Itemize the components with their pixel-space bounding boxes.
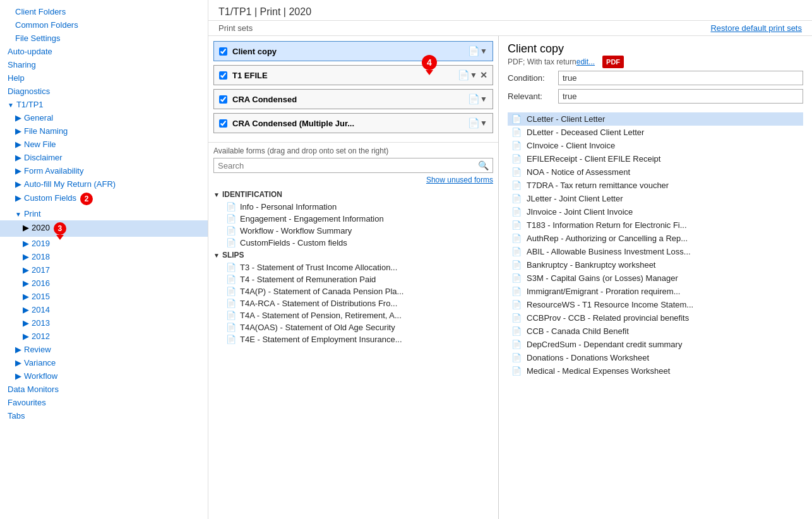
tree-item[interactable]: 📄Workflow - Workflow Summary [213, 225, 493, 237]
left-panel: Client copy📄▼T1 EFILE📄▼✕CRA Condensed📄▼C… [208, 36, 499, 519]
sidebar-item-new-file[interactable]: ▶New File [0, 138, 208, 151]
right-form-s3m[interactable]: 📄S3M - Capital Gains (or Losses) Manager [508, 271, 803, 285]
badge-2: 2 [80, 193, 93, 205]
tree-item[interactable]: 📄T4A-RCA - Statement of Distributions Fr… [213, 297, 493, 309]
right-form-immigrant[interactable]: 📄Immigrant/Emigrant - Proration requirem… [508, 285, 803, 298]
expand-icon: ▶ [23, 278, 29, 288]
print-set-checkbox-cra-condensed[interactable] [219, 95, 227, 104]
chevron-down-icon[interactable]: ▼ [480, 47, 487, 56]
right-form-t183[interactable]: 📄T183 - Information Return for Electroni… [508, 218, 803, 232]
expand-icon: ▶ [15, 126, 21, 136]
sidebar-item-2019[interactable]: ▶2019 [0, 237, 208, 250]
right-form-efilereceipt[interactable]: 📄EFILEReceipt - Client EFILE Receipt [508, 152, 803, 165]
chevron-down-icon[interactable]: ▼ [480, 119, 487, 128]
tree-item[interactable]: 📄T4A - Statement of Pension, Retirement,… [213, 309, 493, 321]
tree-item[interactable]: 📄CustomFields - Custom fields [213, 237, 493, 249]
right-form-authrep[interactable]: 📄AuthRep - Authorizing or Cancelling a R… [508, 232, 803, 245]
print-set-cra-condensed-multi[interactable]: CRA Condensed (Multiple Jur...📄▼ [213, 113, 493, 133]
sidebar-item-workflow[interactable]: ▶Workflow [0, 369, 208, 383]
sidebar-item-2017[interactable]: ▶2017 [0, 263, 208, 277]
sidebar-item-general[interactable]: ▶General [0, 111, 208, 124]
document-icon: 📄 [511, 300, 522, 309]
sidebar-item-file-settings[interactable]: File Settings [0, 32, 208, 45]
print-set-cra-condensed[interactable]: CRA Condensed📄▼ [213, 89, 493, 109]
form-label: T183 - Information Return for Electronic… [527, 220, 687, 230]
right-form-jinvoice[interactable]: 📄JInvoice - Joint Client Invoice [508, 205, 803, 218]
right-form-ccbprov[interactable]: 📄CCBProv - CCB - Related provincial bene… [508, 311, 803, 325]
sidebar-item-2020[interactable]: ▶20203 [0, 220, 208, 237]
sidebar-item-favourites[interactable]: Favourites [0, 396, 208, 409]
sidebar-item-file-naming[interactable]: ▶File Naming [0, 124, 208, 138]
sidebar-item-2014[interactable]: ▶2014 [0, 303, 208, 316]
right-form-dletter[interactable]: 📄DLetter - Deceased Client Letter [508, 126, 803, 139]
sidebar-item-2012[interactable]: ▶2012 [0, 330, 208, 343]
tree-section-slips[interactable]: ▼SLIPS [213, 249, 493, 261]
sidebar-item-common-folders[interactable]: Common Folders [0, 18, 208, 32]
right-form-t7dra[interactable]: 📄T7DRA - Tax return remittance voucher [508, 179, 803, 192]
document-icon: 📄 [511, 247, 522, 256]
sidebar-item-disclaimer[interactable]: ▶Disclaimer [0, 151, 208, 164]
print-set-checkbox-client-copy[interactable] [219, 47, 227, 56]
chevron-down-icon[interactable]: ▼ [470, 71, 477, 80]
right-form-ccb[interactable]: 📄CCB - Canada Child Benefit [508, 325, 803, 338]
sidebar-item-t1-tp1[interactable]: ▼T1/TP1 [0, 98, 208, 111]
restore-default-link[interactable]: Restore default print sets [710, 23, 802, 33]
tree-item[interactable]: 📄Engagement - Engagement Information [213, 213, 493, 225]
right-form-depcredsum[interactable]: 📄DepCredSum - Dependant credit summary [508, 338, 803, 351]
sidebar-item-variance[interactable]: ▶Variance [0, 356, 208, 369]
print-set-t1-efile[interactable]: T1 EFILE📄▼✕ [213, 65, 493, 85]
show-unused-forms-link[interactable]: Show unused forms [213, 176, 493, 184]
sidebar-item-print[interactable]: ▼Print [0, 207, 208, 220]
sidebar-item-diagnostics[interactable]: Diagnostics [0, 85, 208, 98]
right-form-donations[interactable]: 📄Donations - Donations Worksheet [508, 351, 803, 364]
condition-value[interactable]: true [558, 71, 803, 85]
right-form-resourcews[interactable]: 📄ResourceWS - T1 Resource Income Statem.… [508, 298, 803, 311]
print-set-name: Client copy [232, 47, 468, 56]
document-icon: 📄 [226, 323, 236, 332]
condition-label: Condition: [508, 73, 558, 83]
sidebar-item-help[interactable]: Help [0, 71, 208, 85]
sidebar-label: Custom Fields [24, 193, 76, 203]
sidebar-item-sharing[interactable]: Sharing [0, 58, 208, 71]
relevant-value[interactable]: true [558, 89, 803, 104]
sidebar-item-custom-fields[interactable]: ▶Custom Fields2 [0, 191, 208, 207]
right-form-cinvoice[interactable]: 📄CInvoice - Client Invoice [508, 139, 803, 152]
chevron-down-icon[interactable]: ▼ [480, 95, 487, 104]
sidebar-item-data-monitors[interactable]: Data Monitors [0, 383, 208, 396]
sidebar-item-client-folders[interactable]: Client Folders [0, 5, 208, 18]
right-form-jletter[interactable]: 📄JLetter - Joint Client Letter [508, 192, 803, 205]
search-input[interactable] [218, 161, 478, 170]
tree-item[interactable]: 📄Info - Personal Information [213, 201, 493, 213]
print-set-checkbox-t1-efile[interactable] [219, 71, 227, 80]
document-icon: 📄 [226, 214, 236, 224]
right-form-noa[interactable]: 📄NOA - Notice of Assessment [508, 165, 803, 179]
form-label: CLetter - Client Letter [527, 114, 605, 124]
print-set-client-copy[interactable]: Client copy📄▼ [213, 41, 493, 61]
close-icon[interactable]: ✕ [480, 70, 487, 80]
right-form-medical[interactable]: 📄Medical - Medical Expenses Worksheet [508, 364, 803, 378]
sidebar-item-2018[interactable]: ▶2018 [0, 250, 208, 263]
tree-section-identification[interactable]: ▼IDENTIFICATION [213, 188, 493, 201]
tree-item[interactable]: 📄T4A(OAS) - Statement of Old Age Securit… [213, 321, 493, 333]
sidebar-item-auto-update[interactable]: Auto-update [0, 45, 208, 58]
sidebar-item-2013[interactable]: ▶2013 [0, 316, 208, 330]
tree-item[interactable]: 📄T3 - Statement of Trust Income Allocati… [213, 261, 493, 273]
print-set-checkbox-cra-condensed-multi[interactable] [219, 119, 227, 128]
badge-3: 3 [54, 222, 66, 235]
sidebar-item-tabs[interactable]: Tabs [0, 409, 208, 422]
edit-link[interactable]: edit... [576, 57, 595, 66]
section-label: IDENTIFICATION [222, 190, 282, 199]
tree-item[interactable]: 📄T4 - Statement of Remuneration Paid [213, 273, 493, 285]
sidebar-item-review[interactable]: ▶Review [0, 343, 208, 356]
right-form-abil[interactable]: 📄ABIL - Allowable Business Investment Lo… [508, 245, 803, 258]
document-icon: 📄 [226, 202, 236, 212]
sidebar-item-2016[interactable]: ▶2016 [0, 277, 208, 290]
tree-item[interactable]: 📄T4E - Statement of Employment Insurance… [213, 333, 493, 345]
right-form-cletter[interactable]: 📄CLetter - Client Letter [508, 112, 803, 126]
sidebar-item-2015[interactable]: ▶2015 [0, 290, 208, 303]
right-form-bankruptcy[interactable]: 📄Bankruptcy - Bankruptcy worksheet [508, 258, 803, 271]
tree-item[interactable]: 📄T4A(P) - Statement of Canada Pension Pl… [213, 285, 493, 297]
sidebar-item-auto-fill[interactable]: ▶Auto-fill My Return (AFR) [0, 177, 208, 191]
sidebar-item-form-availability[interactable]: ▶Form Availability [0, 164, 208, 177]
sidebar-label: New File [24, 140, 56, 149]
